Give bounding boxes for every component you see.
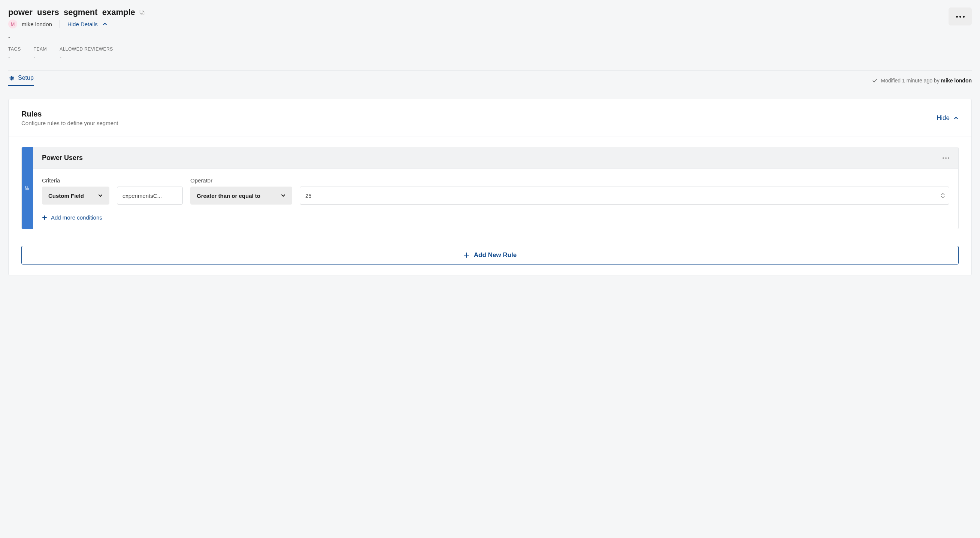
divider: [60, 20, 60, 28]
rule-if-bar: IF: [22, 147, 33, 229]
custom-field-input[interactable]: experimentsC...: [117, 186, 183, 205]
criteria-select-value: Custom Field: [48, 193, 84, 199]
criteria-select[interactable]: Custom Field: [42, 186, 110, 205]
add-conditions-label: Add more conditions: [51, 214, 102, 221]
chevron-up-icon: [102, 21, 108, 27]
add-new-rule-label: Add New Rule: [474, 251, 517, 259]
avatar: M: [8, 19, 17, 29]
rules-subtitle: Configure rules to define your segment: [21, 120, 118, 126]
rule-more-button[interactable]: [943, 158, 949, 159]
more-icon: [956, 16, 965, 18]
reviewers-value: -: [60, 54, 113, 60]
divider: [8, 70, 972, 71]
team-label: TEAM: [34, 46, 47, 52]
rule-if-label: IF: [25, 186, 30, 191]
modified-user: mike london: [941, 78, 972, 84]
tags-value: -: [8, 54, 21, 60]
operator-select[interactable]: Greater than or equal to: [190, 186, 292, 205]
copy-icon[interactable]: [139, 10, 145, 15]
svg-rect-1: [140, 10, 143, 13]
more-options-button[interactable]: [948, 8, 972, 25]
modified-text: Modified 1 minute ago by: [881, 78, 941, 84]
hide-rules-button[interactable]: Hide: [937, 114, 959, 122]
add-conditions-button[interactable]: Add more conditions: [42, 214, 949, 221]
modified-info: Modified 1 minute ago by mike london: [872, 78, 972, 84]
rules-panel: Rules Configure rules to define your seg…: [8, 99, 972, 275]
gear-icon: [8, 75, 14, 81]
check-icon: [872, 78, 878, 84]
team-value: -: [34, 54, 47, 60]
value-input[interactable]: [300, 186, 949, 205]
hide-label: Hide: [937, 114, 950, 122]
criteria-label: Criteria: [42, 177, 110, 183]
tab-setup[interactable]: Setup: [8, 75, 34, 86]
author-name: mike london: [22, 21, 52, 27]
hide-details-button[interactable]: Hide Details: [67, 21, 108, 27]
add-new-rule-button[interactable]: Add New Rule: [21, 246, 959, 264]
page-title: power_users_segment_example: [8, 8, 135, 17]
reviewers-label: ALLOWED REVIEWERS: [60, 46, 113, 52]
operator-label: Operator: [190, 177, 292, 183]
operator-select-value: Greater than or equal to: [197, 193, 260, 199]
tags-label: TAGS: [8, 46, 21, 52]
number-stepper[interactable]: [941, 193, 945, 198]
hide-details-label: Hide Details: [67, 21, 98, 27]
plus-icon: [463, 252, 469, 258]
chevron-down-icon: [98, 193, 103, 198]
chevron-down-icon: [281, 193, 286, 198]
tab-setup-label: Setup: [18, 75, 34, 81]
chevron-up-icon: [953, 115, 959, 121]
rules-title: Rules: [21, 110, 118, 118]
dash-value: -: [8, 35, 948, 40]
plus-icon: [42, 215, 47, 220]
rule-card: IF Power Users Criteria: [21, 147, 959, 229]
rule-name: Power Users: [42, 154, 83, 162]
